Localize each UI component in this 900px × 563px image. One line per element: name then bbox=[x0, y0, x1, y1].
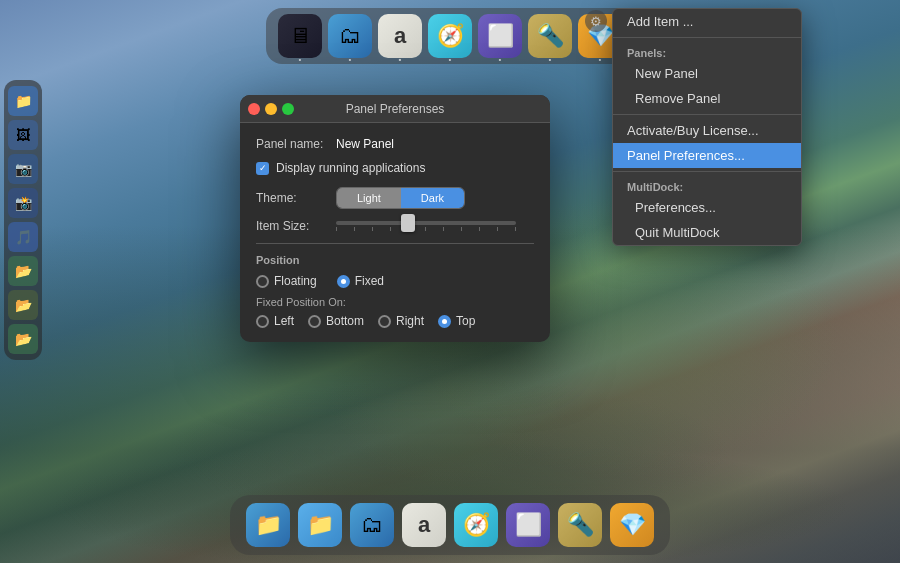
menu-new-panel[interactable]: New Panel bbox=[613, 61, 801, 86]
left-icon-2[interactable]: 🖼 bbox=[8, 120, 38, 150]
theme-dark-button[interactable]: Dark bbox=[401, 188, 464, 208]
left-icon-3[interactable]: 📷 bbox=[8, 154, 38, 184]
dock-icon-rect[interactable]: ⬜ bbox=[478, 14, 522, 58]
fp-bottom-label: Bottom bbox=[326, 314, 364, 328]
menu-divider-1 bbox=[613, 37, 801, 38]
floating-radio[interactable] bbox=[256, 275, 269, 288]
menu-remove-panel[interactable]: Remove Panel bbox=[613, 86, 801, 111]
menu-add-item[interactable]: Add Item ... bbox=[613, 9, 801, 34]
dock-icon-safari[interactable]: 🧭 bbox=[428, 14, 472, 58]
position-radio-group: Floating Fixed bbox=[256, 274, 534, 288]
dock-icon-finder[interactable]: 🗂 bbox=[328, 14, 372, 58]
theme-light-button[interactable]: Light bbox=[337, 188, 401, 208]
top-dock: 🖥 🗂 a 🧭 ⬜ 🔦 💎 bbox=[266, 8, 634, 64]
dock-icon-camera[interactable]: 🔦 bbox=[528, 14, 572, 58]
left-icon-4[interactable]: 📸 bbox=[8, 188, 38, 218]
dock-icon-font[interactable]: a bbox=[378, 14, 422, 58]
fp-left-option[interactable]: Left bbox=[256, 314, 294, 328]
left-icon-6[interactable]: 📂 bbox=[8, 256, 38, 286]
dialog-titlebar: Panel Preferenses bbox=[240, 95, 550, 123]
item-size-slider-track[interactable] bbox=[336, 221, 516, 225]
dialog-body: Panel name: New Panel ✓ Display running … bbox=[240, 123, 550, 342]
fp-right-radio[interactable] bbox=[378, 315, 391, 328]
dialog-title: Panel Preferenses bbox=[346, 102, 445, 116]
fp-top-option[interactable]: Top bbox=[438, 314, 475, 328]
divider-1 bbox=[256, 243, 534, 244]
bottom-icon-rect[interactable]: ⬜ bbox=[506, 503, 550, 547]
maximize-button[interactable] bbox=[282, 103, 294, 115]
traffic-lights bbox=[248, 103, 294, 115]
fp-left-label: Left bbox=[274, 314, 294, 328]
panel-preferences-dialog: Panel Preferenses Panel name: New Panel … bbox=[240, 95, 550, 342]
panel-name-row: Panel name: New Panel bbox=[256, 137, 534, 151]
left-icon-1[interactable]: 📁 bbox=[8, 86, 38, 116]
menu-activate-license[interactable]: Activate/Buy License... bbox=[613, 118, 801, 143]
left-sidebar-dock: 📁 🖼 📷 📸 🎵 📂 📂 📂 bbox=[4, 80, 42, 360]
fp-bottom-option[interactable]: Bottom bbox=[308, 314, 364, 328]
fp-right-option[interactable]: Right bbox=[378, 314, 424, 328]
menu-multidock-header: MultiDock: bbox=[613, 175, 801, 195]
item-size-label: Item Size: bbox=[256, 219, 336, 233]
dock-icon-monitor[interactable]: 🖥 bbox=[278, 14, 322, 58]
display-running-checkbox[interactable]: ✓ bbox=[256, 162, 269, 175]
theme-toggle: Light Dark bbox=[336, 187, 465, 209]
menu-preferences[interactable]: Preferences... bbox=[613, 195, 801, 220]
bottom-icon-folder-teal[interactable]: 📁 bbox=[298, 503, 342, 547]
bottom-icon-safari[interactable]: 🧭 bbox=[454, 503, 498, 547]
menu-trigger-icon[interactable]: ⚙ bbox=[585, 10, 607, 32]
position-fixed-option[interactable]: Fixed bbox=[337, 274, 384, 288]
menu-panel-preferences[interactable]: Panel Preferences... bbox=[613, 143, 801, 168]
panel-name-value: New Panel bbox=[336, 137, 394, 151]
bottom-icon-sketch[interactable]: 💎 bbox=[610, 503, 654, 547]
theme-label: Theme: bbox=[256, 191, 336, 205]
menu-divider-2 bbox=[613, 114, 801, 115]
display-running-row: ✓ Display running applications bbox=[256, 161, 534, 175]
fixed-radio-inner bbox=[341, 279, 346, 284]
left-icon-7[interactable]: 📂 bbox=[8, 290, 38, 320]
fp-right-label: Right bbox=[396, 314, 424, 328]
position-section-label: Position bbox=[256, 254, 534, 266]
left-icon-5[interactable]: 🎵 bbox=[8, 222, 38, 252]
floating-label: Floating bbox=[274, 274, 317, 288]
fixed-position-label: Fixed Position On: bbox=[256, 296, 534, 308]
fp-top-radio[interactable] bbox=[438, 315, 451, 328]
item-size-slider-container bbox=[336, 221, 534, 231]
fixed-label: Fixed bbox=[355, 274, 384, 288]
bottom-icon-camera[interactable]: 🔦 bbox=[558, 503, 602, 547]
context-menu: Add Item ... Panels: New Panel Remove Pa… bbox=[612, 8, 802, 246]
menu-divider-3 bbox=[613, 171, 801, 172]
bottom-icon-finder[interactable]: 🗂 bbox=[350, 503, 394, 547]
fp-bottom-radio[interactable] bbox=[308, 315, 321, 328]
bottom-dock: 📁 📁 🗂 a 🧭 ⬜ 🔦 💎 bbox=[230, 495, 670, 555]
fixed-radio[interactable] bbox=[337, 275, 350, 288]
display-running-label: Display running applications bbox=[276, 161, 425, 175]
fp-left-radio[interactable] bbox=[256, 315, 269, 328]
menu-panels-header: Panels: bbox=[613, 41, 801, 61]
close-button[interactable] bbox=[248, 103, 260, 115]
fp-top-label: Top bbox=[456, 314, 475, 328]
bottom-icon-folder-blue[interactable]: 📁 bbox=[246, 503, 290, 547]
panel-name-label: Panel name: bbox=[256, 137, 336, 151]
item-size-row: Item Size: bbox=[256, 219, 534, 233]
left-icon-8[interactable]: 📂 bbox=[8, 324, 38, 354]
slider-ticks bbox=[336, 227, 516, 231]
menu-quit[interactable]: Quit MultiDock bbox=[613, 220, 801, 245]
fixed-position-group: Left Bottom Right Top bbox=[256, 314, 534, 328]
item-size-slider-thumb[interactable] bbox=[401, 214, 415, 232]
bottom-icon-font[interactable]: a bbox=[402, 503, 446, 547]
position-floating-option[interactable]: Floating bbox=[256, 274, 317, 288]
fp-top-radio-inner bbox=[442, 319, 447, 324]
theme-row: Theme: Light Dark bbox=[256, 187, 534, 209]
minimize-button[interactable] bbox=[265, 103, 277, 115]
